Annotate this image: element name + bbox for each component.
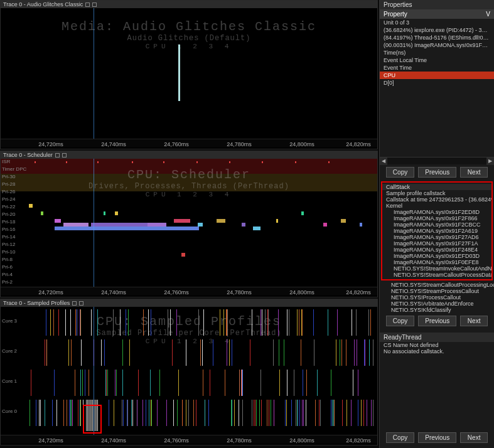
properties-col-header[interactable]: Property V <box>380 9 494 19</box>
button-row-2: Copy Previous Next <box>380 313 494 329</box>
properties-title: Properties <box>380 0 494 9</box>
scroll-left-icon[interactable]: ◀ <box>380 157 387 165</box>
panel-icon-1[interactable] <box>55 153 60 157</box>
tick: 24,780ms <box>227 289 252 296</box>
panel-icon-2[interactable] <box>62 153 67 157</box>
property-row[interactable]: Event Local Time <box>380 56 494 64</box>
panel-icon-2[interactable] <box>79 301 83 306</box>
tick: 24,720ms <box>38 437 63 444</box>
tick: 24,740ms <box>101 437 126 444</box>
stack-frame[interactable]: ImageRAMONA.sys!0x91F2ED8D <box>382 209 491 215</box>
stack-frame[interactable]: ImageRAMONA.sys!0x91F2F866 <box>382 215 491 221</box>
time-axis: 24,720ms 24,740ms 24,760ms 24,780ms 24,8… <box>1 287 377 296</box>
tick: 24,820ms <box>346 437 371 444</box>
copy-button[interactable]: Copy <box>386 432 414 443</box>
plot-area-sampled[interactable]: CPU: Sampled Profiles Sampled Profile pe… <box>1 307 377 444</box>
copy-button[interactable]: Copy <box>386 316 414 326</box>
property-row[interactable]: (36.6824%) iexplore.exe (PID:4472) - 352… <box>380 26 494 34</box>
panel-title: Trace 0 - Audio Glitches Classic <box>3 1 83 8</box>
time-cursor[interactable] <box>94 307 94 435</box>
previous-button[interactable]: Previous <box>418 432 456 443</box>
plot-area-scheduler[interactable]: CPU: Scheduler Drivers, Processes, Threa… <box>1 159 377 296</box>
property-row[interactable]: Unit 0 of 3 <box>380 19 494 26</box>
time-cursor[interactable] <box>94 159 94 287</box>
previous-button[interactable]: Previous <box>418 316 456 326</box>
ylabel: Pri-4 <box>2 272 13 277</box>
plot-area-audio[interactable]: Media: Audio Glitches Classic Audio Glit… <box>1 8 377 147</box>
panel-icon-2[interactable] <box>92 3 97 7</box>
time-cursor[interactable] <box>94 8 94 139</box>
stack-frame[interactable]: ImageRAMONA.sys!0x91EFD03D <box>382 253 491 259</box>
tick: 24,740ms <box>101 289 126 296</box>
h-scrollbar[interactable]: ◀ ▶ <box>380 157 494 164</box>
copy-button[interactable]: Copy <box>386 167 414 178</box>
ylabel: Core 1 <box>2 378 17 384</box>
panel-title: Trace 0 - Sampled Profiles <box>3 300 70 306</box>
glitch-marker <box>178 45 180 101</box>
tick: 24,820ms <box>346 289 371 296</box>
stack-frame[interactable]: NETIO.SYS!StreamCalloutProcessData <box>382 272 491 278</box>
time-axis: 24,720ms 24,740ms 24,760ms 24,780ms 24,8… <box>1 139 377 147</box>
property-row[interactable]: D[0] <box>380 79 494 87</box>
col-property: Property <box>384 11 407 18</box>
callstack-sub: Sample profile callstack <box>382 190 491 196</box>
next-button[interactable]: Next <box>460 432 488 443</box>
previous-button[interactable]: Previous <box>418 167 456 178</box>
stack-frame[interactable]: NETIO.SYS!ArbitrateAndEnforce <box>380 301 494 307</box>
stack-frame[interactable]: ImageRAMONA.sys!0x91F2A619 <box>382 228 491 234</box>
tick: 24,760ms <box>164 289 189 296</box>
ylabel: Pri-6 <box>2 264 13 270</box>
property-row[interactable]: Time(ns) <box>380 49 494 56</box>
property-row[interactable]: CPU <box>380 72 494 79</box>
ylabel: Pri-20 <box>2 211 15 217</box>
tick: 24,740ms <box>101 141 126 147</box>
ylabel: Pri-30 <box>2 174 15 179</box>
stack-frame[interactable]: NETIO.SYS!KfdClassify <box>380 307 494 313</box>
ylabel: Pri-28 <box>2 181 15 187</box>
callstack-at: Callstack at time 24732961253 - (36.6824… <box>382 196 491 203</box>
panel-scheduler: Trace 0 - Scheduler CPU: Scheduler Drive… <box>0 151 378 297</box>
stack-frame[interactable]: NETIO.SYS!StreamCalloutProcessingLoop <box>380 282 494 288</box>
stack-frame[interactable]: ImageRAMONA.sys!0x91F2CBCC <box>382 221 491 228</box>
panel-icon-1[interactable] <box>72 301 77 306</box>
readythread-title: ReadyThread <box>380 333 494 342</box>
panel-title: Trace 0 - Scheduler <box>3 152 53 158</box>
panel-header[interactable]: Trace 0 - Scheduler <box>1 151 377 159</box>
stack-frame[interactable]: NETIO.SYS!StreamInvokeCalloutAndNormaliz… <box>382 265 491 272</box>
button-row-1: Copy Previous Next <box>380 164 494 180</box>
panel-header[interactable]: Trace 0 - Sampled Profiles <box>1 299 377 307</box>
stack-frame[interactable]: NETIO.SYS!StreamProcessCallout <box>380 288 494 294</box>
panel-audio-glitches: Trace 0 - Audio Glitches Classic Media: … <box>0 0 378 149</box>
ylabel: Pri-12 <box>2 242 15 247</box>
ylabel: Pri-16 <box>2 227 15 232</box>
tick: 24,800ms <box>289 437 314 444</box>
ylabel: ISR <box>2 159 10 164</box>
next-button[interactable]: Next <box>460 316 488 326</box>
callstack-title: CallStack <box>382 184 491 190</box>
time-axis: 24,720ms 24,740ms 24,760ms 24,780ms 24,8… <box>1 435 377 444</box>
property-row[interactable]: Event Time <box>380 64 494 72</box>
scroll-right-icon[interactable]: ▶ <box>486 157 494 165</box>
property-row[interactable]: (00.0031%) ImageRAMONA.sys!0x91F2ED8D <box>380 41 494 49</box>
ylabel: Pri-8 <box>2 257 13 262</box>
stack-frame[interactable]: ImageRAMONA.sys!0x91F0EFE8 <box>382 259 491 265</box>
ylabel: Timer DPC <box>2 166 26 172</box>
readythread-l1: CS Name Not defined <box>380 342 494 348</box>
col-value: V <box>486 11 490 18</box>
next-button[interactable]: Next <box>460 167 488 178</box>
tick: 24,720ms <box>38 289 63 296</box>
stack-frame[interactable]: ImageRAMONA.sys!0x91F248E4 <box>382 247 491 253</box>
ylabel: Pri-18 <box>2 219 15 225</box>
property-row[interactable]: (84.4197%) Thread-5176 (IEShims.dll!0x72… <box>380 34 494 41</box>
tick: 24,780ms <box>227 437 252 444</box>
panel-icon-1[interactable] <box>85 3 90 7</box>
panel-header[interactable]: Trace 0 - Audio Glitches Classic <box>1 1 377 8</box>
ylabel: Core 0 <box>2 408 17 414</box>
stack-frame[interactable]: ImageRAMONA.sys!0x91F27AD6 <box>382 234 491 240</box>
button-row-3: Copy Previous Next <box>380 430 494 445</box>
stack-frame[interactable]: ImageRAMONA.sys!0x91F27F1A <box>382 240 491 247</box>
tick: 24,720ms <box>38 141 63 147</box>
ylabel: Core 2 <box>2 348 17 354</box>
ylabel: Pri-24 <box>2 196 15 202</box>
stack-frame[interactable]: NETIO.SYS!ProcessCallout <box>380 294 494 301</box>
